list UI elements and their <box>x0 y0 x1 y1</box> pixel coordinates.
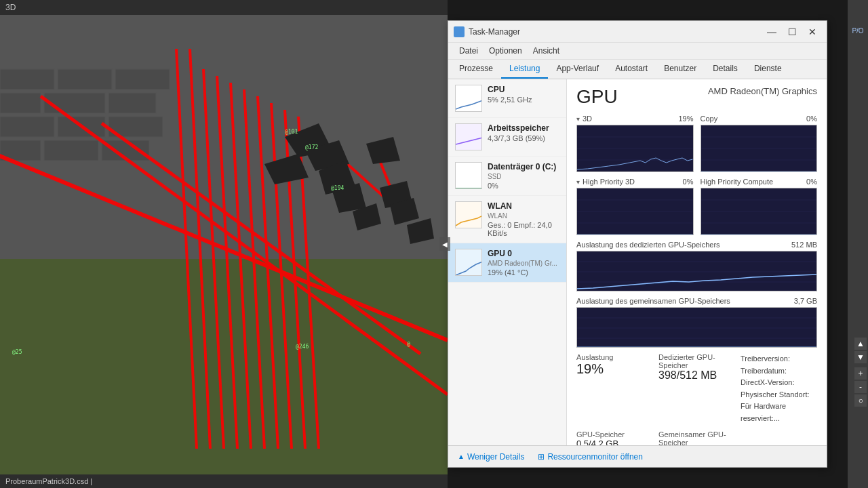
gpu-graph-hp3d <box>576 188 694 235</box>
svg-text:@: @ <box>407 341 410 347</box>
tab-dienste[interactable]: Dienste <box>746 60 790 79</box>
memory-detail: 4,3/7,3 GB (59%) <box>488 134 559 142</box>
svg-text:@246: @246 <box>296 344 309 350</box>
gpu-section-hpc: High Priority Compute 0% <box>701 178 818 235</box>
device-memory[interactable]: Arbeitsspeicher 4,3/7,3 GB (59%) <box>448 118 566 157</box>
driver-line-5: Für Hardware reserviert:... <box>741 401 817 424</box>
gpu-graph-copy <box>701 125 818 172</box>
gpu-mem-dedicated-text: Auslastung des dedizierten GPU-Speichers <box>576 241 720 249</box>
tab-benutzer[interactable]: Benutzer <box>656 60 705 79</box>
stat-shared-speicher: Gemeinsamer GPU-Speicher 0,1/3,7 GB <box>658 430 735 445</box>
gpu-section-copy: Copy 0% <box>701 115 818 172</box>
svg-rect-47 <box>456 202 482 228</box>
menu-ansicht[interactable]: Ansicht <box>528 44 565 58</box>
right-panel: P/O ▲ ▼ + - ⊙ <box>848 0 868 488</box>
label-hp3d-text: High Priority 3D <box>583 178 635 186</box>
resource-monitor-text: Ressourcenmonitor öffnen <box>547 452 643 462</box>
stat-auslastung-label: Auslastung <box>576 353 653 361</box>
stat-gpu-speicher-label: GPU-Speicher <box>576 430 653 439</box>
tab-app-verlauf[interactable]: App-Verlauf <box>548 60 607 79</box>
gpu-thumb-graph <box>455 249 482 276</box>
pct-hpc: 0% <box>806 178 817 186</box>
label-copy-text: Copy <box>701 115 718 123</box>
device-cpu[interactable]: CPU 5% 2,51 GHz <box>448 79 566 118</box>
tab-details[interactable]: Details <box>705 60 746 79</box>
svg-rect-13 <box>44 140 98 161</box>
chevron-hp3d: ▾ <box>576 178 580 186</box>
label-hpc-text: High Priority Compute <box>701 178 774 186</box>
wlan-info: WLAN WLAN Ges.: 0 Empf.: 24,0 KBit/s <box>488 201 559 237</box>
tm-title-left: Task-Manager <box>454 26 520 37</box>
stat-driver: Treiberversion: Treiberdatum: DirectX-Ve… <box>741 353 817 425</box>
maximize-button[interactable]: ☐ <box>783 26 801 38</box>
svg-text:@172: @172 <box>305 144 318 150</box>
gpu-graph-3d <box>576 125 694 172</box>
stat-auslastung-value: 19% <box>576 361 653 377</box>
gpu-label-3d: ▾ 3D 19% <box>576 115 694 123</box>
stat-gpu-speicher: GPU-Speicher 0,5/4,2 GB <box>576 430 653 445</box>
tm-titlebar: Task-Manager — ☐ ✕ <box>448 21 827 43</box>
chevron-3d: ▾ <box>576 115 580 123</box>
stat-gpu-speicher-value: 0,5/4,2 GB <box>576 439 653 445</box>
disk-detail: 0% <box>488 182 559 190</box>
zoom-fit-button[interactable]: ⊙ <box>854 394 867 407</box>
minimize-button[interactable]: — <box>763 26 781 38</box>
app-title: 3D <box>5 3 16 12</box>
driver-line-4: Physischer Standort: <box>741 389 817 401</box>
wlan-detail: Ges.: 0 Empf.: 24,0 KBit/s <box>488 221 559 237</box>
gpu-title: GPU <box>576 86 618 108</box>
svg-rect-4 <box>58 69 112 89</box>
less-details-link[interactable]: ▲ Weniger Details <box>458 452 524 462</box>
gpu-sidebar-name: GPU 0 <box>488 249 559 258</box>
memory-graph <box>455 123 482 150</box>
tab-prozesse[interactable]: Prozesse <box>451 60 501 79</box>
tm-content-header: GPU AMD Radeon(TM) Graphics <box>576 86 817 108</box>
disk-detail2: SSD <box>488 173 559 180</box>
menu-optionen[interactable]: Optionen <box>484 44 528 58</box>
device-gpu[interactable]: GPU 0 AMD Radeon(TM) Gr... 19% (41 °C) <box>448 243 566 283</box>
tm-app-icon <box>454 26 465 37</box>
menu-datei[interactable]: Datei <box>454 44 484 58</box>
svg-rect-9 <box>0 117 54 137</box>
resource-monitor-link[interactable]: ⊞ Ressourcenmonitor öffnen <box>538 452 643 462</box>
monitor-icon: ⊞ <box>538 452 545 462</box>
svg-text:@101: @101 <box>285 129 298 135</box>
gpu-sidebar-detail2: AMD Radeon(TM) Gr... <box>488 260 559 267</box>
nav-down-button[interactable]: ▼ <box>854 351 867 363</box>
svg-rect-5 <box>115 69 170 89</box>
persp-ortho-icon[interactable]: P/O <box>850 23 866 39</box>
pct-copy: 0% <box>806 115 817 123</box>
gpu-model: AMD Radeon(TM) Graphics <box>708 86 817 96</box>
stat-ded-mem-label: Dedizierter GPU-Speicher <box>658 353 735 369</box>
svg-rect-6 <box>0 93 41 113</box>
scroll-left-button[interactable]: ◀ <box>439 237 450 251</box>
tm-tabs: Prozesse Leistung App-Verlauf Autostart … <box>448 60 827 79</box>
device-wlan[interactable]: WLAN WLAN Ges.: 0 Empf.: 24,0 KBit/s <box>448 196 566 243</box>
svg-rect-7 <box>44 93 105 113</box>
task-manager-window: Task-Manager — ☐ ✕ Datei Optionen Ansich… <box>448 20 827 468</box>
tm-body: CPU 5% 2,51 GHz Arbeitsspeicher 4,3/7,3 … <box>448 79 827 445</box>
gpu-mem-shared-value: 3,7 GB <box>794 297 817 305</box>
device-disk[interactable]: Datenträger 0 (C:) SSD 0% <box>448 157 566 196</box>
tm-content: GPU AMD Radeon(TM) Graphics ▾ 3D 19% <box>567 79 827 445</box>
zoom-in-button[interactable]: + <box>854 367 867 380</box>
tm-controls: — ☐ ✕ <box>763 26 821 38</box>
svg-text:@25: @25 <box>12 349 22 355</box>
nav-up-button[interactable]: ▲ <box>854 338 867 350</box>
viewport-3d: 3D <box>0 0 448 488</box>
cpu-graph <box>455 85 482 112</box>
less-details-text: Weniger Details <box>467 452 524 462</box>
tm-footer: ▲ Weniger Details ⊞ Ressourcenmonitor öf… <box>448 445 827 467</box>
stat-empty <box>741 430 817 445</box>
label-3d-text: 3D <box>583 115 592 123</box>
wlan-name: WLAN <box>488 201 559 211</box>
scene-svg: @101 @172 @194 @246 @ @25 <box>0 15 448 474</box>
stat-ded-mem: Dedizierter GPU-Speicher 398/512 MB <box>658 353 735 425</box>
zoom-out-button[interactable]: - <box>854 381 867 393</box>
close-button[interactable]: ✕ <box>804 26 821 38</box>
tab-leistung[interactable]: Leistung <box>501 60 548 79</box>
status-text: ProberaumPatrick3D.csd | <box>5 477 92 485</box>
svg-rect-48 <box>456 249 482 276</box>
tab-autostart[interactable]: Autostart <box>607 60 656 79</box>
gpu-stats-row2: GPU-Speicher 0,5/4,2 GB Gemeinsamer GPU-… <box>576 430 817 445</box>
